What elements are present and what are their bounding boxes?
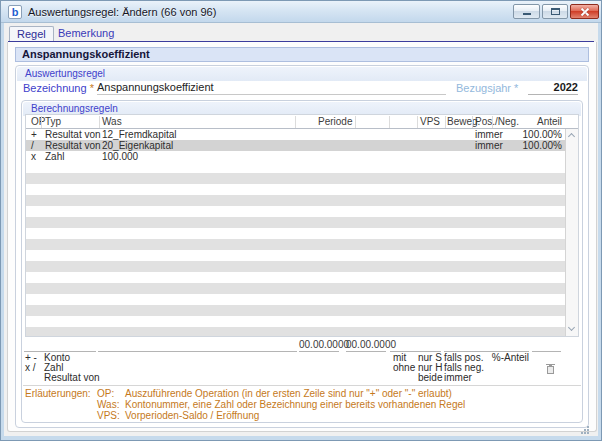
- cell-anteil: [496, 151, 562, 162]
- cell-op: /: [31, 140, 34, 151]
- note-term: VPS:: [97, 411, 120, 421]
- bezeichnung-label: Bezeichnung *: [23, 82, 94, 94]
- table-scrollbar[interactable]: [565, 129, 578, 336]
- cell-anteil: 100.00%: [496, 140, 562, 151]
- maximize-icon: [551, 8, 560, 15]
- cell-was: 12_Fremdkapital: [102, 129, 176, 140]
- legend-anteil-value: %-Anteil: [479, 353, 529, 363]
- maximize-button[interactable]: [542, 4, 568, 19]
- note-text: Vorperioden-Saldo / Eröffnung: [125, 411, 259, 421]
- column-divider: [492, 116, 493, 128]
- col-vps: VPS: [420, 116, 440, 128]
- table-empty-row[interactable]: [26, 327, 565, 336]
- tab-bemerkung[interactable]: Bemerkung: [51, 26, 121, 42]
- required-marker: *: [90, 82, 94, 94]
- column-divider: [41, 116, 42, 128]
- table-empty-row[interactable]: [26, 162, 565, 173]
- entry-field-underline[interactable]: [532, 351, 561, 352]
- cell-op: +: [31, 129, 37, 140]
- legend-divider: [23, 385, 581, 386]
- legend-vps-value: ohne: [393, 363, 415, 373]
- legend-op-symbols: x /: [25, 363, 36, 373]
- scroll-down-button[interactable]: [566, 323, 578, 335]
- cell-typ: Resultat von: [45, 129, 101, 140]
- table-empty-row[interactable]: [26, 195, 565, 206]
- table-header: OP Typ Was Periode VPS Beweg. Pos./Neg. …: [26, 115, 578, 129]
- table-empty-row[interactable]: [26, 239, 565, 250]
- group-auswertungsregel-title: Auswertungsregel: [17, 67, 587, 81]
- note-text: Auszuführende Operation (in der ersten Z…: [125, 389, 452, 399]
- periode-bis-field[interactable]: 00.00.0000: [346, 340, 386, 350]
- table-empty-row[interactable]: [26, 272, 565, 283]
- legend-beweg-value: beide: [418, 373, 442, 383]
- cell-was: 100.000: [102, 151, 138, 162]
- window: b Auswertungsregel: Ändern (66 von 96) R…: [0, 0, 602, 441]
- titlebar: b Auswertungsregel: Ändern (66 von 96): [1, 1, 601, 23]
- rules-table: OP Typ Was Periode VPS Beweg. Pos./Neg. …: [25, 114, 579, 337]
- minimize-icon: [523, 13, 531, 15]
- col-anteil: Anteil: [496, 116, 562, 128]
- col-typ: Typ: [45, 116, 61, 128]
- note-text: Kontonummer, eine Zahl oder Bezeichnung …: [125, 400, 465, 410]
- window-title: Auswertungsregel: Ändern (66 von 96): [28, 6, 216, 18]
- bezugsjahr-label: Bezugsjahr *: [456, 82, 518, 94]
- chevron-down-icon: [568, 324, 575, 331]
- scroll-up-button[interactable]: [566, 130, 578, 142]
- table-row[interactable]: x Zahl 100.000: [26, 151, 565, 162]
- cell-op: x: [31, 151, 36, 162]
- close-button[interactable]: [570, 4, 599, 19]
- table-empty-row[interactable]: [26, 217, 565, 228]
- column-divider: [417, 116, 418, 128]
- column-divider: [295, 116, 296, 128]
- table-row[interactable]: + Resultat von 12_Fremdkapital immer 100…: [26, 129, 565, 140]
- bezeichnung-input[interactable]: Anspannungskoeffizient: [97, 80, 446, 95]
- table-empty-row[interactable]: [26, 173, 565, 184]
- table-empty-row[interactable]: [26, 283, 565, 294]
- note-term: OP:: [97, 389, 114, 399]
- app-icon: b: [8, 5, 22, 19]
- col-periode: Periode: [318, 116, 352, 128]
- table-body: + Resultat von 12_Fremdkapital immer 100…: [26, 129, 565, 336]
- table-empty-row[interactable]: [26, 316, 565, 327]
- resize-grip[interactable]: [581, 426, 583, 428]
- table-empty-row[interactable]: [26, 294, 565, 305]
- column-divider: [99, 116, 100, 128]
- table-empty-row[interactable]: [26, 184, 565, 195]
- entry-field-underline[interactable]: [98, 351, 297, 352]
- legend-pos-neg-value: immer: [444, 373, 472, 383]
- column-divider: [355, 116, 356, 128]
- table-empty-rows: [26, 162, 565, 336]
- required-marker: *: [514, 82, 518, 94]
- bezugsjahr-input[interactable]: 2022: [528, 80, 578, 95]
- table-empty-row[interactable]: [26, 250, 565, 261]
- notes-label: Erläuterungen:: [25, 389, 91, 399]
- entry-field-underline[interactable]: [346, 351, 386, 352]
- table-empty-row[interactable]: [26, 206, 565, 217]
- column-divider: [472, 116, 473, 128]
- col-op: OP: [31, 116, 45, 128]
- cell-was: 20_Eigenkapital: [102, 140, 173, 151]
- table-empty-row[interactable]: [26, 228, 565, 239]
- cell-typ: Resultat von: [45, 140, 101, 151]
- cell-anteil: 100.00%: [496, 129, 562, 140]
- tab-regel[interactable]: Regel: [9, 26, 54, 42]
- col-was: Was: [102, 116, 122, 128]
- table-empty-row[interactable]: [26, 305, 565, 316]
- trash-icon[interactable]: [547, 366, 554, 374]
- note-term: Was:: [97, 400, 119, 410]
- table-row[interactable]: / Resultat von 20_Eigenkapital immer 100…: [26, 140, 565, 151]
- chevron-up-icon: [568, 133, 575, 140]
- column-divider: [445, 116, 446, 128]
- table-empty-row[interactable]: [26, 261, 565, 272]
- entry-field-underline[interactable]: [299, 351, 339, 352]
- legend-typ-value: Resultat von: [44, 373, 100, 383]
- periode-von-field[interactable]: 00.00.0000: [299, 340, 339, 350]
- cell-typ: Zahl: [45, 151, 64, 162]
- rule-title-bar: Anspannungskoeffizient: [15, 47, 589, 62]
- minimize-button[interactable]: [513, 4, 540, 19]
- column-divider: [389, 116, 390, 128]
